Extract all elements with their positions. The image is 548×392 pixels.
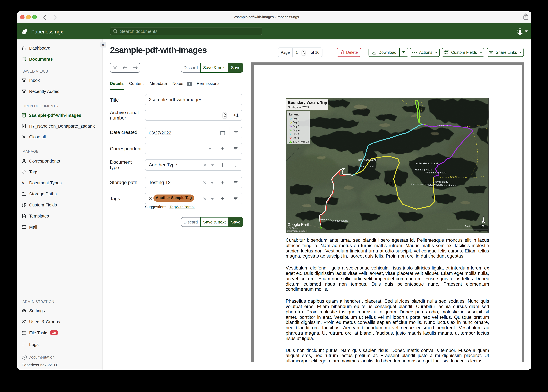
svg-text:Google Earth: Google Earth <box>287 222 310 227</box>
svg-text:Day 4: Day 4 <box>293 128 299 132</box>
svg-text:N: N <box>481 224 484 228</box>
svg-text:New York Island: New York Island <box>358 158 376 161</box>
svg-text:Six days in BWCA: Six days in BWCA <box>288 106 309 109</box>
svg-text:Day 2: Day 2 <box>293 121 299 124</box>
svg-text:Half Dog Island: Half Dog Island <box>415 168 433 171</box>
svg-text:Canoe Island: Canoe Island <box>411 182 426 185</box>
svg-text:Day 5: Day 5 <box>293 132 299 135</box>
svg-text:© 2017 Google: © 2017 Google <box>287 227 299 229</box>
svg-text:Gary Island: Gary Island <box>360 165 374 168</box>
svg-text:Text: Text <box>384 181 392 186</box>
svg-text:Day 6: Day 6 <box>293 136 299 139</box>
svg-text:Hausons Island: Hausons Island <box>433 124 451 126</box>
svg-text:Squirrel Island: Squirrel Island <box>441 184 457 187</box>
svg-text:Mile Island: Mile Island <box>320 218 332 221</box>
svg-text:Washington Island: Washington Island <box>425 171 446 174</box>
svg-text:Boundary Waters Trip: Boundary Waters Trip <box>288 100 327 105</box>
svg-text:Image © 2017 DigitalGlobe: Image © 2017 DigitalGlobe <box>287 230 308 232</box>
svg-text:Legend: Legend <box>289 113 299 116</box>
svg-text:Norway Island: Norway Island <box>427 183 443 186</box>
svg-text:Lincoln Island: Lincoln Island <box>433 180 448 183</box>
svg-text:Charlies Island: Charlies Island <box>331 219 348 222</box>
svg-text:Day 1: Day 1 <box>293 117 299 120</box>
svg-text:Day 3: Day 3 <box>293 125 299 128</box>
svg-text:Indian Grave Island: Indian Grave Island <box>415 162 438 165</box>
svg-text:Entry Point 24: Entry Point 24 <box>293 140 309 143</box>
svg-text:3 mi: 3 mi <box>465 225 470 228</box>
